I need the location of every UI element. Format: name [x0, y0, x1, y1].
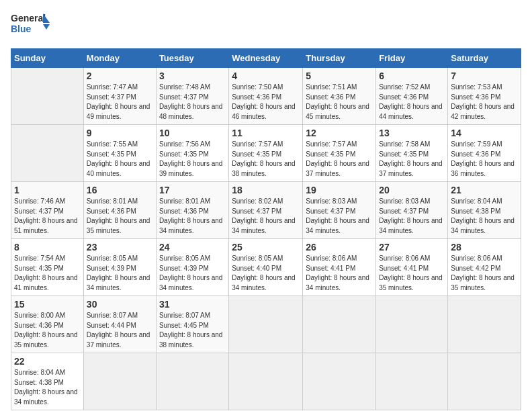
calendar-cell: 10Sunrise: 7:56 AMSunset: 4:35 PMDayligh… [156, 125, 228, 182]
calendar-cell: 3Sunrise: 7:48 AMSunset: 4:37 PMDaylight… [156, 68, 228, 125]
day-info: Sunrise: 7:54 AMSunset: 4:35 PMDaylight:… [14, 254, 81, 293]
calendar-cell: 11Sunrise: 7:57 AMSunset: 4:35 PMDayligh… [229, 125, 303, 182]
calendar-header-wednesday: Wednesday [229, 49, 303, 68]
day-number: 5 [306, 71, 373, 81]
day-number: 26 [306, 242, 373, 253]
calendar-cell: 15Sunrise: 8:00 AMSunset: 4:36 PMDayligh… [11, 296, 84, 353]
day-info: Sunrise: 7:58 AMSunset: 4:35 PMDaylight:… [379, 140, 445, 179]
day-info: Sunrise: 8:06 AMSunset: 4:41 PMDaylight:… [306, 254, 373, 293]
calendar-week-row: 15Sunrise: 8:00 AMSunset: 4:36 PMDayligh… [11, 296, 521, 353]
day-number: 11 [232, 128, 300, 138]
day-info: Sunrise: 7:53 AMSunset: 4:36 PMDaylight:… [451, 83, 518, 122]
calendar-cell: 22Sunrise: 8:04 AMSunset: 4:38 PMDayligh… [11, 353, 84, 410]
calendar-cell [11, 68, 84, 125]
day-number: 6 [379, 71, 445, 81]
calendar-cell: 24Sunrise: 8:05 AMSunset: 4:39 PMDayligh… [156, 239, 228, 296]
day-info: Sunrise: 8:05 AMSunset: 4:40 PMDaylight:… [232, 254, 300, 293]
day-number: 30 [87, 299, 153, 310]
day-number: 25 [232, 242, 300, 253]
calendar-cell: 7Sunrise: 7:53 AMSunset: 4:36 PMDaylight… [448, 68, 521, 125]
day-info: Sunrise: 7:46 AMSunset: 4:37 PMDaylight:… [14, 197, 81, 236]
calendar-cell [376, 296, 448, 353]
day-info: Sunrise: 7:50 AMSunset: 4:36 PMDaylight:… [232, 83, 300, 122]
calendar-table: SundayMondayTuesdayWednesdayThursdayFrid… [11, 48, 521, 410]
calendar-cell [11, 125, 84, 182]
day-number: 18 [232, 185, 300, 195]
calendar-cell [156, 353, 228, 410]
day-number: 9 [87, 128, 153, 138]
calendar-header-saturday: Saturday [448, 49, 521, 68]
calendar-cell: 6Sunrise: 7:52 AMSunset: 4:36 PMDaylight… [376, 68, 448, 125]
day-number: 13 [379, 128, 445, 138]
day-info: Sunrise: 8:01 AMSunset: 4:36 PMDaylight:… [159, 197, 226, 236]
calendar-cell [448, 296, 521, 353]
svg-marker-2 [43, 13, 50, 23]
day-info: Sunrise: 8:07 AMSunset: 4:44 PMDaylight:… [87, 311, 153, 350]
day-number: 2 [87, 71, 153, 81]
day-info: Sunrise: 7:57 AMSunset: 4:35 PMDaylight:… [232, 140, 300, 179]
day-info: Sunrise: 7:51 AMSunset: 4:36 PMDaylight:… [306, 83, 373, 122]
calendar-cell: 18Sunrise: 8:02 AMSunset: 4:37 PMDayligh… [229, 182, 303, 239]
calendar-cell: 12Sunrise: 7:57 AMSunset: 4:35 PMDayligh… [303, 125, 376, 182]
day-info: Sunrise: 8:04 AMSunset: 4:38 PMDaylight:… [14, 368, 81, 407]
day-info: Sunrise: 8:04 AMSunset: 4:38 PMDaylight:… [451, 197, 518, 236]
svg-text:General: General [11, 13, 46, 24]
svg-text:Blue: Blue [11, 24, 32, 34]
day-number: 15 [14, 299, 81, 310]
day-number: 8 [14, 242, 81, 253]
day-number: 22 [14, 356, 81, 367]
calendar-cell [303, 296, 376, 353]
calendar-header-row: SundayMondayTuesdayWednesdayThursdayFrid… [11, 49, 521, 68]
logo-svg: General Blue [11, 11, 51, 40]
calendar-cell: 25Sunrise: 8:05 AMSunset: 4:40 PMDayligh… [229, 239, 303, 296]
day-info: Sunrise: 8:01 AMSunset: 4:36 PMDaylight:… [87, 197, 153, 236]
day-info: Sunrise: 8:00 AMSunset: 4:36 PMDaylight:… [14, 311, 81, 350]
calendar-week-row: 2Sunrise: 7:47 AMSunset: 4:37 PMDaylight… [11, 68, 521, 125]
calendar-cell: 2Sunrise: 7:47 AMSunset: 4:37 PMDaylight… [83, 68, 156, 125]
calendar-cell: 28Sunrise: 8:06 AMSunset: 4:42 PMDayligh… [448, 239, 521, 296]
calendar-header-friday: Friday [376, 49, 448, 68]
calendar-cell: 1Sunrise: 7:46 AMSunset: 4:37 PMDaylight… [11, 182, 84, 239]
day-info: Sunrise: 8:03 AMSunset: 4:37 PMDaylight:… [306, 197, 373, 236]
day-info: Sunrise: 8:03 AMSunset: 4:37 PMDaylight:… [379, 197, 445, 236]
calendar-cell: 31Sunrise: 8:07 AMSunset: 4:45 PMDayligh… [156, 296, 228, 353]
logo: General Blue [11, 11, 51, 40]
day-info: Sunrise: 7:56 AMSunset: 4:35 PMDaylight:… [159, 140, 226, 179]
day-number: 4 [232, 71, 300, 81]
calendar-cell: 20Sunrise: 8:03 AMSunset: 4:37 PMDayligh… [376, 182, 448, 239]
calendar-header-thursday: Thursday [303, 49, 376, 68]
calendar-cell: 17Sunrise: 8:01 AMSunset: 4:36 PMDayligh… [156, 182, 228, 239]
day-info: Sunrise: 8:07 AMSunset: 4:45 PMDaylight:… [159, 311, 226, 350]
day-info: Sunrise: 7:52 AMSunset: 4:36 PMDaylight:… [379, 83, 445, 122]
calendar-cell: 21Sunrise: 8:04 AMSunset: 4:38 PMDayligh… [448, 182, 521, 239]
calendar-cell: 27Sunrise: 8:06 AMSunset: 4:41 PMDayligh… [376, 239, 448, 296]
day-info: Sunrise: 7:47 AMSunset: 4:37 PMDaylight:… [87, 83, 153, 122]
calendar-cell: 14Sunrise: 7:59 AMSunset: 4:36 PMDayligh… [448, 125, 521, 182]
day-number: 28 [451, 242, 518, 253]
calendar-cell: 13Sunrise: 7:58 AMSunset: 4:35 PMDayligh… [376, 125, 448, 182]
calendar-cell [83, 353, 156, 410]
calendar-cell: 4Sunrise: 7:50 AMSunset: 4:36 PMDaylight… [229, 68, 303, 125]
day-info: Sunrise: 7:59 AMSunset: 4:36 PMDaylight:… [451, 140, 518, 179]
day-number: 23 [87, 242, 153, 253]
day-info: Sunrise: 7:55 AMSunset: 4:35 PMDaylight:… [87, 140, 153, 179]
calendar-cell: 16Sunrise: 8:01 AMSunset: 4:36 PMDayligh… [83, 182, 156, 239]
day-info: Sunrise: 8:05 AMSunset: 4:39 PMDaylight:… [159, 254, 226, 293]
calendar-week-row: 9Sunrise: 7:55 AMSunset: 4:35 PMDaylight… [11, 125, 521, 182]
day-info: Sunrise: 8:05 AMSunset: 4:39 PMDaylight:… [87, 254, 153, 293]
day-number: 3 [159, 71, 226, 81]
day-number: 19 [306, 185, 373, 195]
calendar-cell [229, 296, 303, 353]
calendar-cell: 5Sunrise: 7:51 AMSunset: 4:36 PMDaylight… [303, 68, 376, 125]
day-number: 10 [159, 128, 226, 138]
day-number: 27 [379, 242, 445, 253]
day-number: 7 [451, 71, 518, 81]
day-number: 14 [451, 128, 518, 138]
calendar-week-row: 1Sunrise: 7:46 AMSunset: 4:37 PMDaylight… [11, 182, 521, 239]
calendar-cell: 26Sunrise: 8:06 AMSunset: 4:41 PMDayligh… [303, 239, 376, 296]
day-number: 12 [306, 128, 373, 138]
calendar-week-row: 8Sunrise: 7:54 AMSunset: 4:35 PMDaylight… [11, 239, 521, 296]
calendar-cell: 30Sunrise: 8:07 AMSunset: 4:44 PMDayligh… [83, 296, 156, 353]
day-info: Sunrise: 7:48 AMSunset: 4:37 PMDaylight:… [159, 83, 226, 122]
calendar-header-monday: Monday [83, 49, 156, 68]
